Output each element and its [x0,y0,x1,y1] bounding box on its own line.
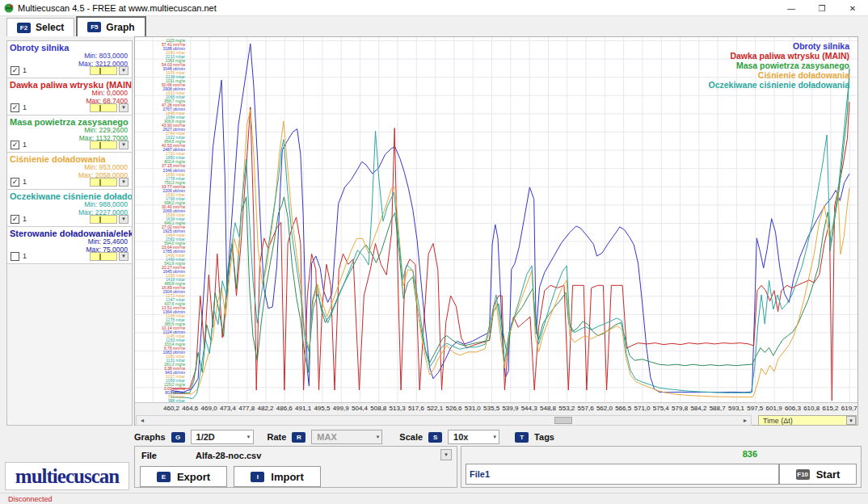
x-axis-tick: 526,6 [445,405,461,412]
channel-checkbox[interactable]: ✓ [11,66,19,75]
x-axis-tick: 601,9 [766,405,782,412]
multiecuscan-logo: multiecuscan [15,465,119,488]
series-obroty-silnika [171,44,849,393]
channel-offset-slider[interactable] [90,103,117,112]
x-axis-tick: 588,7 [710,405,726,412]
channel-checkbox[interactable]: ✓ [11,215,19,224]
channel-number: 1 [23,178,90,186]
graph-scroll-row: ◂ ▸ Time (Δt) ▼ [136,415,858,426]
tab-bar: F2 Select F5 Graph [0,16,868,36]
series-dawka-paliwa-wtrysku-main- [171,102,849,401]
chevron-down-icon[interactable]: ▼ [119,215,129,224]
channel-offset-slider[interactable] [90,178,117,187]
maximize-button[interactable]: ❐ [807,0,837,16]
status-bar: Disconnected [0,493,868,504]
channel-number: 1 [23,141,90,149]
channel-checkbox[interactable]: ✓ [11,178,19,187]
x-axis-tick: 495,5 [314,405,330,412]
series-ci-nienie-do-adowania [171,110,849,397]
time-axis-selector[interactable]: Time (Δt) ▼ [758,415,857,426]
x-axis-tick: 575,4 [653,405,669,412]
graph-panel: 1115 mg/w57.41 mm³/w3188 ob/min2040 mbar… [134,36,858,426]
channel-name: Obroty silnika [7,41,132,52]
logo-box: multiecuscan [5,462,129,490]
channel-checkbox[interactable] [11,252,19,261]
export-button[interactable]: E Export [140,466,227,487]
record-panel: 836 File1 F10 Start [461,446,862,488]
channel-number: 1 [23,66,90,74]
rate-dropdown: MAX ▼ [311,430,382,444]
plot-area[interactable]: 1115 mg/w57.41 mm³/w3188 ob/min2040 mbar… [135,37,857,403]
window-title: Multiecuscan 4.5 - FREE at www.multiecus… [18,3,217,13]
file-chevron-down-icon[interactable]: ▼ [440,449,452,460]
scale-dropdown[interactable]: 10x ▼ [448,430,499,444]
x-axis-tick: 610,8 [803,405,820,412]
channel-name: Sterowanie doładowania/elektro [7,227,132,238]
channel-offset-slider[interactable] [90,215,117,224]
chevron-down-icon[interactable]: ▼ [119,103,129,112]
channel-number: 1 [23,252,90,260]
channel-panel: Sterowanie doładowania/elektroMin: 25,46… [7,227,132,264]
scale-value: 10x [453,432,468,442]
x-axis-tick: 579,8 [672,405,688,412]
rate-label: Rate [268,432,287,442]
scrollbar-thumb[interactable] [554,417,572,424]
x-axis-tick: 539,9 [502,405,518,412]
file-dropdown[interactable]: Alfa-28-noc.csv [196,451,261,460]
graph-scrollbar[interactable]: ◂ ▸ [136,415,752,426]
scale-label: Scale [399,432,423,442]
minimize-button[interactable]: — [776,0,807,16]
x-axis-tick: 486,6 [276,405,293,412]
rate-value: MAX [317,432,336,442]
import-label: Import [271,471,303,483]
x-axis-tick: 473,4 [220,405,236,412]
import-button[interactable]: I Import [234,466,321,487]
x-axis-tick: 593,1 [728,405,744,412]
chevron-down-icon[interactable]: ▼ [119,252,129,261]
x-axis-tick: 460,2 [163,405,179,412]
chevron-down-icon[interactable]: ▼ [119,141,129,149]
x-axis-tick: 499,9 [333,405,349,412]
tab-select-label: Select [36,22,64,33]
channel-offset-slider[interactable] [90,252,117,261]
x-axis-tick: 504,4 [352,405,368,412]
x-axis-tick: 477,8 [238,405,255,412]
close-button[interactable]: ✕ [837,0,868,16]
y-axis-label: 988 mbar [137,399,185,403]
tab-select[interactable]: F2 Select [6,18,74,36]
t-key-badge: T [515,432,529,443]
graphs-dropdown[interactable]: 1/2D ▼ [191,430,254,444]
channel-offset-slider[interactable] [90,66,117,75]
scroll-left-icon[interactable]: ◂ [137,416,148,425]
session-name-input[interactable]: File1 [466,464,779,485]
x-axis-tick: 464,6 [182,405,198,412]
x-axis-tick: 508,8 [370,405,386,412]
graphs-label: Graphs [134,432,166,442]
r-key-badge: R [292,432,305,443]
file-label: File [141,451,157,460]
channel-checkbox[interactable]: ✓ [11,141,19,149]
x-axis-tick: 491,1 [295,405,311,412]
x-axis-tick: 584,2 [690,405,706,412]
chevron-down-icon[interactable]: ▼ [119,66,129,75]
legend-item: Masa powietrza zasysanego [709,61,849,70]
chevron-down-icon[interactable]: ▼ [119,178,129,187]
x-axis-tick: 482,2 [257,405,273,412]
chevron-down-icon[interactable]: ▼ [846,416,856,425]
x-axis-tick: 535,5 [483,405,499,412]
channel-offset-slider[interactable] [90,141,117,149]
tab-graph[interactable]: F5 Graph [76,16,145,36]
scroll-right-icon[interactable]: ▸ [739,416,751,425]
start-button[interactable]: F10 Start [779,464,857,485]
chevron-down-icon: ▼ [492,435,497,439]
x-axis-tick: 571,0 [634,405,650,412]
x-axis-tick: 548,8 [540,405,556,412]
channel-number: 1 [23,215,90,223]
channel-checkbox[interactable]: ✓ [11,103,19,112]
x-axis-tick: 517,6 [408,405,424,412]
export-label: Export [177,471,210,483]
channel-panel: Oczekiwane ciśnienie doładowaniaMin: 988… [7,190,132,227]
connection-status: Disconnected [8,495,53,503]
chart-legend: Obroty silnikaDawka paliwa wtrysku (MAIN… [709,41,849,90]
legend-item: Obroty silnika [709,41,849,51]
